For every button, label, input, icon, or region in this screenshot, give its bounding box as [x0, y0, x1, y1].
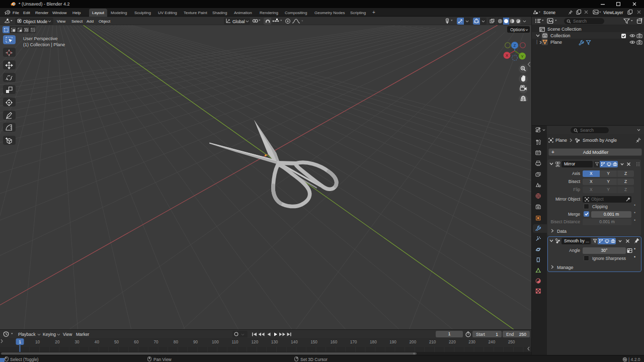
svg-text:Y: Y	[521, 54, 523, 59]
svg-text:220: 220	[449, 340, 456, 344]
svg-text:X: X	[506, 53, 508, 58]
svg-text:110: 110	[232, 340, 238, 344]
svg-text:120: 120	[252, 340, 259, 344]
svg-text:250: 250	[508, 340, 515, 344]
svg-text:190: 190	[389, 340, 396, 344]
svg-text:80: 80	[174, 340, 179, 344]
svg-text:40: 40	[95, 340, 100, 344]
svg-text:1: 1	[19, 339, 21, 344]
svg-text:200: 200	[410, 340, 417, 344]
svg-text:180: 180	[370, 340, 377, 344]
svg-text:Z: Z	[514, 43, 516, 48]
svg-text:70: 70	[154, 340, 159, 344]
svg-text:230: 230	[468, 340, 475, 344]
svg-text:210: 210	[429, 340, 436, 344]
svg-text:100: 100	[212, 340, 219, 344]
svg-text:10: 10	[35, 340, 40, 344]
svg-text:170: 170	[350, 340, 357, 344]
svg-text:90: 90	[193, 340, 198, 344]
svg-text:130: 130	[271, 340, 278, 344]
svg-text:140: 140	[291, 340, 298, 344]
svg-text:50: 50	[114, 340, 119, 344]
svg-text:30: 30	[75, 340, 80, 344]
svg-text:20: 20	[55, 340, 60, 344]
svg-text:240: 240	[489, 340, 496, 344]
svg-text:160: 160	[331, 340, 338, 344]
svg-text:60: 60	[134, 340, 139, 344]
svg-text:150: 150	[310, 340, 317, 344]
